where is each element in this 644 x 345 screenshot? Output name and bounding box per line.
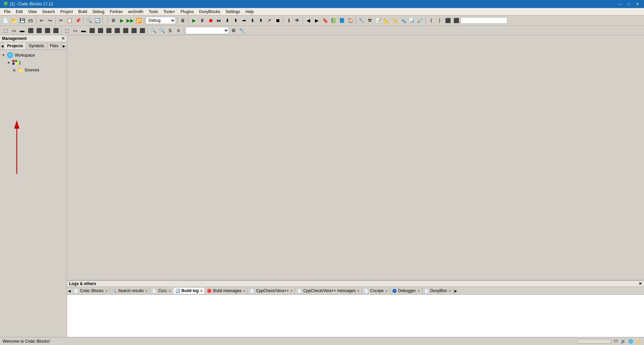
replace-btn[interactable]: 🔄 <box>93 16 101 24</box>
menu-fortran[interactable]: Fortran <box>107 9 125 15</box>
workspace-expand-icon[interactable]: ▼ <box>1 53 5 57</box>
menu-tools-plus[interactable]: Tools+ <box>161 9 178 15</box>
tab-debugger-close[interactable]: ✕ <box>417 289 420 293</box>
debug-run-btn[interactable]: ▶ <box>190 16 198 24</box>
mgmt-tab-symbols[interactable]: Symbols <box>26 43 47 49</box>
minimize-button[interactable]: — <box>616 1 624 7</box>
debug-run-to-btn[interactable]: ↗ <box>265 16 273 24</box>
btn-ctrl-g[interactable]: ⬛ <box>113 26 121 34</box>
zoom-in-btn[interactable]: 🔍 <box>149 26 157 34</box>
btn-ctrl-e[interactable]: ⬛ <box>96 26 104 34</box>
menu-search[interactable]: Search <box>40 9 58 15</box>
bottom-tab-debugger[interactable]: 🔵 Debugger ✕ <box>390 288 422 294</box>
bottom-tab-doxybloc[interactable]: 📄 DoxyBloc ✕ <box>422 288 454 294</box>
zoom-out-btn[interactable]: 🔍 <box>158 26 166 34</box>
debug-watch-btn[interactable]: 👁 <box>293 16 301 24</box>
code-completion-dropdown[interactable] <box>185 27 229 34</box>
build-target-dropdown[interactable]: Debug Release <box>146 17 176 24</box>
tab-doxybloc-close[interactable]: ✕ <box>448 289 451 293</box>
menu-settings[interactable]: Settings <box>223 9 243 15</box>
bottom-tab-cscope[interactable]: 📄 Cscope ✕ <box>362 288 390 294</box>
mgmt-tab-projects[interactable]: Projects <box>4 43 26 49</box>
menu-help[interactable]: Help <box>243 9 257 15</box>
bottom-tabs-right-arrow[interactable]: ▶ <box>453 287 458 294</box>
bottom-tab-buildlog[interactable]: 🔄 Build log ✕ <box>173 288 205 294</box>
project-expand-icon[interactable]: ▼ <box>7 61 11 65</box>
debug-info-btn[interactable]: ℹ <box>285 16 293 24</box>
bottom-tab-cppcheck[interactable]: 📄 CppCheck/Vera++ ✕ <box>248 288 295 294</box>
rebuild-btn[interactable]: 🔁 <box>135 16 143 24</box>
menu-project[interactable]: Project <box>58 9 75 15</box>
tab-codeblocks-close[interactable]: ✕ <box>105 289 108 293</box>
debug-next2-btn[interactable]: ➡ <box>240 16 248 24</box>
btn-ctrl-d[interactable]: ⬛ <box>88 26 96 34</box>
rect2-btn[interactable]: ▬ <box>18 26 26 34</box>
debug-stepout2-btn[interactable]: ⬆ <box>257 16 265 24</box>
nav-book2-btn[interactable]: 📘 <box>338 16 346 24</box>
paste-btn[interactable]: 📌 <box>74 16 82 24</box>
menu-tools[interactable]: Tools <box>146 9 161 15</box>
menu-debug[interactable]: Debug <box>90 9 107 15</box>
build-prev-btn[interactable]: ⚙ <box>109 16 117 24</box>
menu-edit[interactable]: Edit <box>13 9 25 15</box>
tools4-btn[interactable]: 📐 <box>382 16 390 24</box>
btn-ctrl-j[interactable]: ⬛ <box>138 26 146 34</box>
btn-ctrl-b[interactable]: ▭ <box>71 26 79 34</box>
tools2-btn[interactable]: ⚒ <box>366 16 374 24</box>
redo-btn[interactable]: ↪ <box>46 16 54 24</box>
run-btn[interactable]: ▶ <box>118 16 126 24</box>
select-btn[interactable]: ⬚ <box>1 26 9 34</box>
menu-wxsmith[interactable]: wxSmith <box>125 9 146 15</box>
bottom-panel-close-btn[interactable]: ✕ <box>639 281 642 286</box>
tab-buildmessages-close[interactable]: ✕ <box>243 289 246 293</box>
bookmark-btn[interactable]: 🔖 <box>321 16 329 24</box>
tab-searchresults-close[interactable]: ✕ <box>145 289 148 293</box>
cc-go-btn[interactable]: 🔧 <box>238 26 246 34</box>
tools3-btn[interactable]: 📝 <box>374 16 382 24</box>
tab-cppcheck-close[interactable]: ✕ <box>290 289 293 293</box>
bottom-tab-cppcheckmsgs[interactable]: 📄 CppCheck/Vera++ messages ✕ <box>295 288 362 294</box>
copy-btn[interactable]: 📋 <box>65 16 73 24</box>
nav2-fwd-btn[interactable]: ⟩ <box>435 16 443 24</box>
btn-ctrl-a[interactable]: ⬚ <box>63 26 71 34</box>
debug-step-btn[interactable]: ⬇ <box>223 16 231 24</box>
format-btn[interactable]: ≡ <box>174 26 182 34</box>
nav-forward-btn[interactable]: ▶ <box>313 16 321 24</box>
debug-next-btn[interactable]: ⏭ <box>215 16 223 24</box>
tab-cccc-close[interactable]: ✕ <box>168 289 171 293</box>
undo-btn[interactable]: ↩ <box>38 16 46 24</box>
nav2-back-btn[interactable]: ⟨ <box>427 16 435 24</box>
debug-step2-btn[interactable]: ⬇ <box>249 16 257 24</box>
menu-doxyblocks[interactable]: DoxyBlocks <box>197 9 223 15</box>
tools8-btn[interactable]: 🔎 <box>416 16 424 24</box>
debug-stepout-btn[interactable]: ⬆ <box>232 16 240 24</box>
sources-expand-icon[interactable]: ⊞ <box>12 68 16 72</box>
management-close-btn[interactable]: ✕ <box>61 36 65 41</box>
cc-settings-btn[interactable]: ⚙ <box>229 26 237 34</box>
tree-item-project1[interactable]: ▼ 1 <box>1 59 65 67</box>
nav-home-btn[interactable]: 🏠 <box>346 16 354 24</box>
bottom-tab-cccc[interactable]: 📄 Cccc ✕ <box>150 288 173 294</box>
tree-item-workspace[interactable]: ▼ 🌐 Workspace <box>1 51 65 59</box>
rect-btn[interactable]: ▭ <box>10 26 18 34</box>
tree-item-sources[interactable]: ⊞ 📁 Sources <box>1 67 65 73</box>
menu-build[interactable]: Build <box>75 9 90 15</box>
tab-cppcheckmsgs-close[interactable]: ✕ <box>357 289 360 293</box>
menu-file[interactable]: File <box>1 9 13 15</box>
nav2-home-btn[interactable]: ⬛ <box>444 16 452 24</box>
nav-back-btn[interactable]: ◀ <box>304 16 312 24</box>
btn-c[interactable]: ⬛ <box>43 26 51 34</box>
btn-ctrl-i[interactable]: ⬛ <box>130 26 138 34</box>
save-btn[interactable]: 💾 <box>18 16 26 24</box>
build-icon-btn[interactable]: 🖥 <box>179 16 187 24</box>
btn-a[interactable]: ⬛ <box>26 26 35 34</box>
build-run-btn[interactable]: ▶▶ <box>126 16 134 24</box>
spell-btn[interactable]: S <box>166 26 174 34</box>
find-btn[interactable]: 🔍 <box>85 16 93 24</box>
btn-b[interactable]: ⬛ <box>35 26 43 34</box>
tools-icon-btn[interactable]: 🔧 <box>357 16 365 24</box>
bottom-tab-searchresults[interactable]: 🔍 Search results ✕ <box>110 288 150 294</box>
btn-d[interactable]: ⬛ <box>52 26 60 34</box>
tools5-btn[interactable]: 📏 <box>391 16 399 24</box>
mgmt-tabs-left-arrow[interactable]: ◀ <box>0 42 4 50</box>
